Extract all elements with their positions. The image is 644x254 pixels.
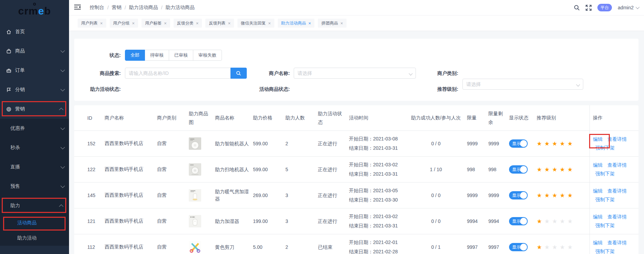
edit-link[interactable]: 编辑 (593, 188, 603, 194)
tab-feedback-category[interactable]: 反馈分类× (174, 19, 202, 28)
star-filled-icon[interactable]: ★ (560, 192, 565, 199)
show-status-toggle[interactable]: 显示 (509, 139, 528, 148)
tab-user-group[interactable]: 用户分组× (110, 19, 138, 28)
star-empty-icon[interactable]: ★ (544, 218, 549, 225)
app-window: crmeb 首页 商品 订单 分销 营销 优惠券 (0, 0, 644, 254)
view-detail-link[interactable]: 查看详情 (607, 188, 627, 194)
close-icon[interactable]: × (132, 21, 135, 26)
view-detail-link[interactable]: 查看详情 (607, 214, 627, 220)
tab-user-label[interactable]: 用户标签× (142, 19, 170, 28)
tab-user-list[interactable]: 用户列表× (78, 19, 106, 28)
tab-group-buy-products[interactable]: 拼团商品× (318, 19, 347, 28)
sidebar-item-boost-activity[interactable]: 助力活动 (0, 231, 69, 246)
star-filled-icon[interactable]: ★ (560, 166, 565, 173)
sidebar-item-boost[interactable]: 助力 (0, 196, 69, 215)
star-empty-icon[interactable]: ★ (567, 218, 573, 225)
star-rating[interactable]: ★★★★★ (537, 140, 589, 147)
breadcrumb-item[interactable]: 控制台 (90, 4, 104, 11)
sidebar-item-seckill[interactable]: 秒杀 (0, 138, 69, 157)
star-filled-icon[interactable]: ★ (537, 218, 542, 225)
view-detail-link[interactable]: 查看详情 (607, 240, 627, 246)
show-status-toggle[interactable]: 显示 (509, 165, 528, 174)
platform-badge[interactable]: 平台 (597, 4, 612, 11)
col-product-image: 助力商品图 (189, 109, 215, 127)
force-off-link[interactable]: 强制下架 (595, 197, 615, 203)
crmeb-logo: crmeb (0, 0, 69, 22)
chevron-down-icon (60, 145, 65, 149)
star-filled-icon[interactable]: ★ (567, 140, 573, 147)
sidebar-item-marketing[interactable]: 营销 (0, 99, 69, 119)
star-empty-icon[interactable]: ★ (560, 244, 565, 251)
star-filled-icon[interactable]: ★ (537, 166, 542, 173)
star-filled-icon[interactable]: ★ (552, 192, 557, 199)
view-detail-link[interactable]: 查看详情 (607, 136, 627, 143)
show-status-toggle[interactable]: 显示 (509, 217, 528, 225)
force-off-link[interactable]: 强制下架 (595, 171, 615, 177)
star-empty-icon[interactable]: ★ (567, 244, 573, 251)
force-off-link[interactable]: 强制下架 (595, 248, 615, 254)
star-rating[interactable]: ★★★★★ (537, 192, 589, 199)
star-filled-icon[interactable]: ★ (560, 140, 565, 147)
star-rating[interactable]: ★★★★★ (537, 166, 589, 173)
status-option-approved[interactable]: 已审核 (169, 50, 193, 61)
menu-fold-icon[interactable] (74, 4, 81, 11)
star-empty-icon[interactable]: ★ (552, 218, 557, 225)
view-detail-link[interactable]: 查看详情 (607, 162, 627, 168)
star-empty-icon[interactable]: ★ (560, 218, 565, 225)
star-filled-icon[interactable]: ★ (567, 166, 573, 173)
force-off-link[interactable]: 强制下架 (595, 223, 615, 229)
star-empty-icon[interactable]: ★ (544, 244, 549, 251)
tab-boost-activity-products[interactable]: 助力活动商品× (278, 19, 315, 28)
sidebar-item-live[interactable]: 直播 (0, 157, 69, 177)
force-off-link[interactable]: 强制下架 (595, 145, 615, 151)
status-option-pending[interactable]: 待审核 (145, 50, 169, 61)
edit-link[interactable]: 编辑 (593, 214, 603, 220)
close-icon[interactable]: × (164, 21, 167, 26)
search-icon[interactable] (574, 5, 580, 11)
star-filled-icon[interactable]: ★ (552, 166, 557, 173)
breadcrumb-item: 助力活动商品 (166, 4, 195, 11)
edit-link[interactable]: 编辑 (593, 240, 603, 246)
star-filled-icon[interactable]: ★ (537, 192, 542, 199)
status-option-all[interactable]: 全部 (125, 50, 145, 61)
edit-link[interactable]: 编辑 (593, 136, 603, 143)
star-filled-icon[interactable]: ★ (544, 192, 549, 199)
breadcrumb-separator: / (161, 5, 163, 10)
tab-wechat-reply[interactable]: 微信关注回复× (237, 19, 274, 28)
star-rating[interactable]: ★★★★★ (537, 244, 589, 251)
star-filled-icon[interactable]: ★ (544, 166, 549, 173)
sidebar-item-products[interactable]: 商品 (0, 41, 69, 61)
star-empty-icon[interactable]: ★ (552, 244, 557, 251)
close-icon[interactable]: × (196, 21, 199, 26)
close-icon[interactable]: × (309, 21, 311, 26)
fullscreen-icon[interactable] (586, 5, 592, 11)
merchant-type-select[interactable]: 请选择 (462, 79, 583, 90)
sidebar-item-orders[interactable]: 订单 (0, 61, 69, 80)
sidebar-item-distribution[interactable]: 分销 (0, 80, 69, 99)
star-filled-icon[interactable]: ★ (567, 192, 573, 199)
sidebar-item-activity-products[interactable]: 活动商品 (0, 215, 69, 231)
sidebar-item-coupon[interactable]: 优惠券 (0, 119, 69, 138)
tab-feedback-list[interactable]: 反馈列表× (205, 19, 234, 28)
close-icon[interactable]: × (340, 21, 343, 26)
close-icon[interactable]: × (268, 21, 271, 26)
sidebar-item-label: 商品 (15, 48, 25, 54)
show-status-toggle[interactable]: 显示 (509, 243, 528, 251)
edit-link[interactable]: 编辑 (593, 162, 603, 168)
breadcrumb-item[interactable]: 营销 (112, 4, 121, 11)
star-filled-icon[interactable]: ★ (537, 244, 542, 251)
sidebar-item-home[interactable]: 首页 (0, 22, 69, 41)
breadcrumb-item[interactable]: 助力活动商品 (129, 4, 158, 11)
close-icon[interactable]: × (100, 21, 103, 26)
close-icon[interactable]: × (228, 21, 231, 26)
sidebar-item-presale[interactable]: 预售 (0, 177, 69, 196)
star-filled-icon[interactable]: ★ (537, 140, 542, 147)
logo-text-2: b (44, 5, 51, 17)
logo-text: crm (18, 5, 38, 17)
status-option-rejected[interactable]: 审核失败 (193, 50, 222, 61)
show-status-toggle[interactable]: 显示 (509, 191, 528, 199)
user-menu[interactable]: admin2 (618, 5, 638, 10)
star-filled-icon[interactable]: ★ (552, 140, 557, 147)
star-filled-icon[interactable]: ★ (544, 140, 549, 147)
star-rating[interactable]: ★★★★★ (537, 218, 589, 225)
